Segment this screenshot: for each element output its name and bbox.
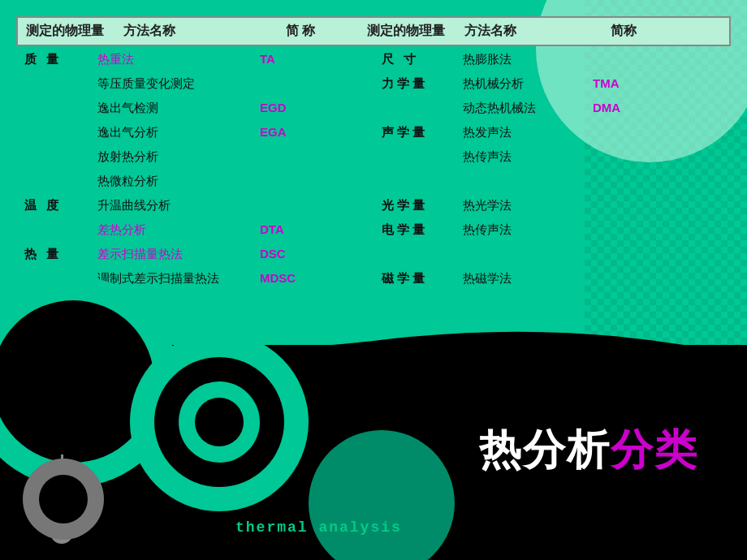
abbr-cell: TA <box>260 50 333 69</box>
header-phys2: 测定的物理量 <box>367 23 464 40</box>
table-row: 磁学量 热磁学法 <box>382 269 690 293</box>
right-section: 尺 寸 热膨胀法 力学量 热机械分析 TMA 动态热机械法 DMA 声学量 热发… <box>365 50 690 293</box>
phys-cell: 质 量 <box>24 50 97 69</box>
abbr-cell: DTA <box>260 220 333 239</box>
table-row: 力学量 热机械分析 TMA <box>382 74 690 98</box>
table-row: 等压质量变化测定 <box>24 74 365 98</box>
method-cell: 逸出气分析 <box>97 123 260 142</box>
method-cell: 热发声法 <box>463 123 593 142</box>
method-cell: 差热分析 <box>97 220 260 239</box>
table-row: 尺 寸 热膨胀法 <box>382 50 690 74</box>
phys-cell: 力学量 <box>382 74 463 93</box>
abbr-cell: TMA <box>593 74 658 93</box>
deco-circle-mid-tiny <box>195 398 244 446</box>
title-part2: 分类 <box>611 426 698 473</box>
thermal-analysis-text: thermal analysis <box>235 519 402 536</box>
header-abbr1: 简 称 <box>286 23 367 40</box>
data-table: 质 量 热重法 TA 等压质量变化测定 逸出气检测 EGD 逸出气分析 EGA <box>16 50 731 293</box>
table-row: 放射热分析 <box>24 147 365 171</box>
header-phys1: 测定的物理量 <box>26 23 123 40</box>
method-cell: 逸出气检测 <box>97 98 260 118</box>
header-abbr2: 简称 <box>611 23 676 40</box>
table-row: 逸出气分析 EGA <box>24 123 365 147</box>
table-row: 热 量 差示扫描量热法 DSC <box>24 244 365 269</box>
phys-cell: 电学量 <box>382 220 463 239</box>
phys-cell: 光学量 <box>382 196 463 215</box>
header-method2: 方法名称 <box>464 23 611 40</box>
method-cell: 动态热机械法 <box>463 98 593 118</box>
table-header: 测定的物理量 方法名称 简 称 测定的物理量 方法名称 简称 <box>16 16 731 46</box>
method-cell: 热重法 <box>97 50 260 69</box>
phys-cell: 热 量 <box>24 244 97 264</box>
table-row: 声学量 热发声法 <box>382 123 690 147</box>
method-cell: 热传声法 <box>463 220 593 239</box>
bottom-area: 热分析分类 thermal analysis <box>0 345 747 560</box>
table-row <box>382 244 690 269</box>
phys-cell: 声学量 <box>382 123 463 142</box>
method-cell: 放射热分析 <box>97 147 260 166</box>
abbr-cell: DMA <box>593 98 658 118</box>
method-cell: 热传声法 <box>463 147 593 166</box>
table-row: 逸出气检测 EGD <box>24 98 365 123</box>
table-row: 质 量 热重法 TA <box>24 50 365 74</box>
method-cell: 调制式差示扫描量热法 <box>97 269 260 288</box>
abbr-cell: DSC <box>260 244 333 264</box>
bottom-title: 热分析分类 <box>479 422 698 479</box>
phys-cell: 磁学量 <box>382 269 463 288</box>
method-cell: 热微粒分析 <box>97 171 260 191</box>
phys-cell: 尺 寸 <box>382 50 463 69</box>
deco-circle-right <box>309 430 455 560</box>
abbr-cell: EGD <box>260 98 333 118</box>
table-container: 测定的物理量 方法名称 简 称 测定的物理量 方法名称 简称 质 量 热重法 T… <box>16 16 731 293</box>
method-cell: 热光学法 <box>463 196 593 215</box>
table-row: 动态热机械法 DMA <box>382 98 690 123</box>
method-cell: 热磁学法 <box>463 269 593 288</box>
abbr-cell: MDSC <box>260 269 333 288</box>
left-section: 质 量 热重法 TA 等压质量变化测定 逸出气检测 EGD 逸出气分析 EGA <box>24 50 365 293</box>
abbr-cell: EGA <box>260 123 333 142</box>
table-row: 电学量 热传声法 <box>382 220 690 244</box>
table-row: 热传声法 <box>382 147 690 171</box>
table-row <box>382 171 690 196</box>
deco-circle-grey-inner <box>39 475 88 523</box>
table-row: 光学量 热光学法 <box>382 196 690 220</box>
method-cell: 热膨胀法 <box>463 50 593 69</box>
method-cell: 升温曲线分析 <box>97 196 260 215</box>
table-row: 差热分析 DTA <box>24 220 365 244</box>
method-cell: 差示扫描量热法 <box>97 244 260 264</box>
header-method1: 方法名称 <box>123 23 286 40</box>
table-row: 热微粒分析 <box>24 171 365 196</box>
method-cell: 等压质量变化测定 <box>97 74 260 93</box>
table-row: 温 度 升温曲线分析 <box>24 196 365 220</box>
phys-cell: 温 度 <box>24 196 97 215</box>
method-cell: 热机械分析 <box>463 74 593 93</box>
title-part1: 热分析 <box>479 426 611 473</box>
